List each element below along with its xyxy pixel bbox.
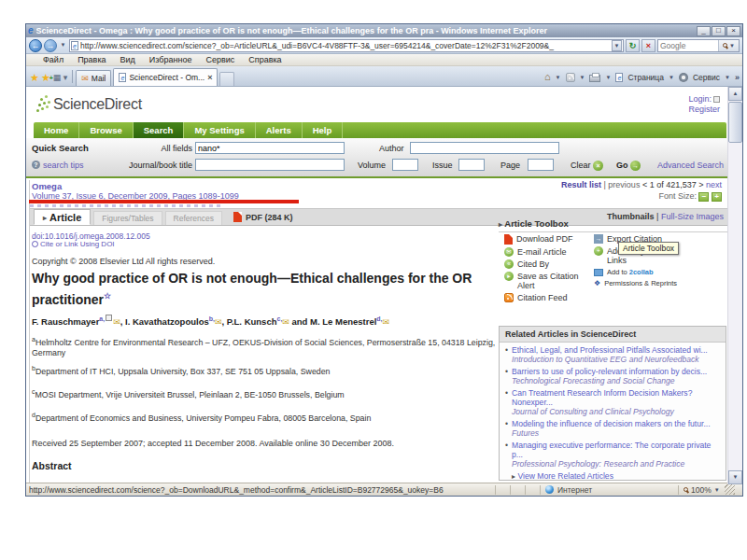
security-zone: Интернет <box>540 485 678 495</box>
home-icon[interactable]: ⌂ <box>544 72 551 82</box>
result-position: < 1 of 421,537 > <box>642 180 704 189</box>
email-icon: ✉ <box>504 247 514 257</box>
tab-sciencedirect[interactable]: e ScienceDirect - Om... × <box>113 68 218 86</box>
zoom-icon <box>684 487 688 492</box>
search-tips-icon[interactable]: ? <box>32 161 40 169</box>
stop-button[interactable]: × <box>641 39 655 52</box>
related-article-link[interactable]: Can Treatment Research Inform Decision M… <box>512 388 692 407</box>
tools-menu-button[interactable]: Сервис <box>693 73 720 82</box>
tab-article[interactable]: ▸Article <box>34 209 91 225</box>
tab-close-icon[interactable]: × <box>207 73 212 82</box>
nav-alerts[interactable]: Alerts <box>256 122 303 138</box>
author-input[interactable] <box>410 142 559 154</box>
related-article-link[interactable]: Ethical, Legal, and Professional Pitfall… <box>512 345 708 355</box>
journal-link[interactable]: Omega <box>32 181 62 191</box>
close-button[interactable]: × <box>726 26 740 36</box>
quick-search-heading: Quick Search <box>32 143 89 153</box>
permissions-reprints-link[interactable]: ❖Permissions & Reprints <box>594 279 734 287</box>
vertical-scrollbar[interactable]: ▲ ▼ <box>727 87 742 484</box>
email-author-icon[interactable]: ✉ <box>383 317 390 327</box>
view-more-related-link[interactable]: ▸ View More Related Articles <box>505 471 723 481</box>
download-pdf-link[interactable]: Download PDF <box>504 234 594 245</box>
font-larger-button[interactable]: + <box>712 192 722 202</box>
menu-view[interactable]: Вид <box>120 55 135 64</box>
page-menu-button[interactable]: Страница <box>627 73 664 82</box>
print-icon[interactable] <box>589 75 600 82</box>
clear-icon: × <box>593 161 603 171</box>
advanced-search-link[interactable]: Advanced Search <box>657 161 724 170</box>
content-edge-line <box>29 180 30 484</box>
journal-title-input[interactable] <box>195 159 345 171</box>
menu-favorites[interactable]: Избранное <box>149 55 192 64</box>
corresponding-author-icon[interactable] <box>106 315 112 321</box>
forward-button[interactable]: → <box>44 39 57 52</box>
search-go-button[interactable]: ▼ <box>718 40 739 51</box>
volume-input[interactable] <box>392 159 418 171</box>
next-link[interactable]: next <box>706 180 722 189</box>
menu-tools[interactable]: Сервис <box>205 55 234 64</box>
toolbar-overflow-button[interactable]: » <box>735 73 740 82</box>
citation-feed-link[interactable]: Citation Feed <box>504 293 594 302</box>
related-article-link[interactable]: Managing executive performance: The corp… <box>512 441 711 459</box>
arrow-icon: ▸ <box>43 214 47 222</box>
issue-input[interactable] <box>458 159 485 171</box>
rss-feed-icon[interactable] <box>566 73 575 82</box>
search-tips-link[interactable]: search tips <box>43 161 84 170</box>
all-fields-input[interactable] <box>195 142 345 154</box>
go-button[interactable]: Go → <box>616 161 641 171</box>
tab-figures-tables[interactable]: Figures/Tables <box>93 211 162 225</box>
tab-references[interactable]: References <box>165 211 222 225</box>
register-link[interactable]: Register <box>688 105 720 114</box>
related-article-link[interactable]: Barriers to use of policy-relevant infor… <box>512 367 707 376</box>
login-link[interactable]: Login: <box>688 94 712 104</box>
nav-home[interactable]: Home <box>34 122 79 138</box>
scroll-up-button[interactable]: ▲ <box>728 87 742 101</box>
zoom-control[interactable]: 100% ▼ <box>678 485 740 495</box>
email-article-link[interactable]: ✉E-mail Article <box>504 247 594 257</box>
clear-button[interactable]: Clear × <box>571 161 603 171</box>
email-author-icon[interactable]: ✉ <box>215 317 222 327</box>
search-dropdown-icon[interactable]: ▼ <box>729 43 735 49</box>
page-input[interactable] <box>528 159 554 171</box>
back-button[interactable]: ← <box>29 39 42 52</box>
cited-by-link[interactable]: «Cited By <box>504 259 594 269</box>
url-input[interactable] <box>80 41 610 50</box>
nav-browse[interactable]: Browse <box>79 122 133 138</box>
previous-link[interactable]: previous <box>608 180 640 189</box>
issue-label: Issue <box>432 161 453 170</box>
new-tab-stub[interactable] <box>219 72 234 86</box>
restore-button[interactable]: □ <box>712 26 726 36</box>
quick-tabs-icon[interactable]: ▦ ▾ <box>53 73 68 82</box>
minimize-button[interactable]: _ <box>697 26 711 36</box>
search-input[interactable] <box>658 41 718 50</box>
resize-grip[interactable] <box>725 484 735 495</box>
ie-logo-icon: e <box>28 26 34 35</box>
related-article-link[interactable]: Modeling the influence of decision maker… <box>512 419 711 428</box>
nav-my-settings[interactable]: My Settings <box>184 122 255 138</box>
save-citation-alert-link[interactable]: ▸Save as Citation Alert <box>504 272 594 290</box>
add-favorite-icon[interactable]: ★+ <box>41 73 50 83</box>
menu-file[interactable]: Файл <box>43 55 63 64</box>
nav-help[interactable]: Help <box>303 122 344 138</box>
refresh-button[interactable]: ↻ <box>626 39 640 52</box>
title-footnote-link[interactable]: ☆ <box>104 291 111 301</box>
add-to-2collab-link[interactable]: Add to 2collab <box>594 268 734 276</box>
related-articles-panel: Related Articles in ScienceDirect Ethica… <box>499 326 726 481</box>
pdf-download-link[interactable]: PDF (284 K) <box>233 212 293 225</box>
pdf-icon <box>233 212 242 222</box>
font-smaller-button[interactable]: − <box>698 192 709 202</box>
email-author-icon[interactable]: ✉ <box>282 317 289 327</box>
menu-edit[interactable]: Правка <box>78 55 106 64</box>
email-author-icon[interactable]: ✉ <box>113 317 120 327</box>
result-list-link[interactable]: Result list <box>561 180 601 189</box>
history-dropdown-icon[interactable]: ▼ <box>59 39 67 51</box>
scrollbar-thumb[interactable] <box>728 102 742 143</box>
scroll-down-button[interactable]: ▼ <box>728 470 742 484</box>
favorites-star-icon[interactable]: ★ <box>30 73 39 83</box>
menu-help[interactable]: Справка <box>248 55 281 64</box>
tab-mail[interactable]: ✉ Mail <box>76 70 111 86</box>
url-dropdown-icon[interactable]: ▼ <box>612 40 622 51</box>
sciencedirect-logo[interactable]: ScienceDirect <box>35 95 142 113</box>
nav-search[interactable]: Search <box>134 122 185 138</box>
zoom-dropdown-icon[interactable]: ▼ <box>714 487 720 493</box>
